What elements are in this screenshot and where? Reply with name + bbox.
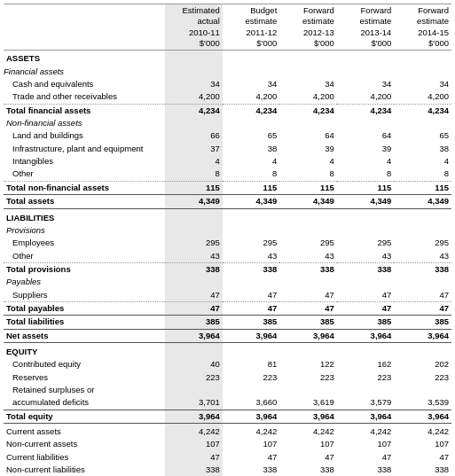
other-assets-row: Other 8 8 8 8 8 <box>4 168 451 181</box>
total-equity-row: Total equity 3,964 3,964 3,964 3,964 3,9… <box>4 410 451 423</box>
suppliers-row: Suppliers 47 47 47 47 47 <box>4 289 451 302</box>
total-liabilities-row: Total liabilities 385 385 385 385 385 <box>4 316 451 329</box>
header-label <box>4 4 165 51</box>
total-non-financial-row: Total non-financial assets 115 115 115 1… <box>4 181 451 194</box>
equity-header-row: EQUITY <box>4 342 451 358</box>
header-col1: Estimated actual 2010-11 $'000 <box>165 4 223 51</box>
net-assets-row: Net assets 3,964 3,964 3,964 3,964 3,964 <box>4 329 451 342</box>
total-financial-row: Total financial assets 4,234 4,234 4,234… <box>4 104 451 117</box>
header-col4: Forward estimate 2013-14 $'000 <box>337 4 395 51</box>
liabilities-header-row: LIABILITIES <box>4 208 451 224</box>
financial-assets-header-row: Financial assets <box>4 66 451 78</box>
header-col2: Budget estimate 2011-12 $'000 <box>223 4 280 51</box>
non-current-liabilities-row: Non-current liabilities 338 338 338 338 … <box>4 464 451 476</box>
contributed-row: Contributed equity 40 81 122 162 202 <box>4 358 451 371</box>
financial-table: Estimated actual 2010-11 $'000 Budget es… <box>0 0 455 476</box>
assets-header-row: ASSETS <box>4 51 451 66</box>
land-row: Land and buildings 66 65 64 64 65 <box>4 129 451 142</box>
current-liabilities-row: Current liabilities 47 47 47 47 47 <box>4 451 451 464</box>
provisions-header-row: Provisions <box>4 224 451 237</box>
total-provisions-row: Total provisions 338 338 338 338 338 <box>4 262 451 276</box>
current-assets-row: Current assets 4,242 4,242 4,242 4,242 4… <box>4 424 451 439</box>
trade-row: Trade and other receivables 4,200 4,200 … <box>4 90 451 104</box>
header-col3: Forward estimate 2012-13 $'000 <box>279 4 337 51</box>
non-current-assets-row: Non-current assets 107 107 107 107 107 <box>4 438 451 450</box>
reserves-row: Reserves 223 223 223 223 223 <box>4 371 451 384</box>
infra-row: Infrastructure, plant and equipment 37 3… <box>4 143 451 155</box>
employees-row: Employees 295 295 295 295 295 <box>4 237 451 249</box>
non-financial-header-row: Non-financial assets <box>4 117 451 129</box>
total-assets-row: Total assets 4,349 4,349 4,349 4,349 4,3… <box>4 195 451 208</box>
intangibles-row: Intangibles 4 4 4 4 4 <box>4 155 451 168</box>
total-payables-row: Total payables 47 47 47 47 47 <box>4 301 451 315</box>
retained-row1: Retained surpluses or <box>4 384 451 396</box>
retained-row2: accumulated deficits 3,701 3,660 3,619 3… <box>4 396 451 410</box>
payables-header-row: Payables <box>4 276 451 288</box>
other-prov-row: Other 43 43 43 43 43 <box>4 250 451 263</box>
cash-row: Cash and equivalents 34 34 34 34 34 <box>4 78 451 90</box>
header-col5: Forward estimate 2014-15 $'000 <box>394 4 451 51</box>
